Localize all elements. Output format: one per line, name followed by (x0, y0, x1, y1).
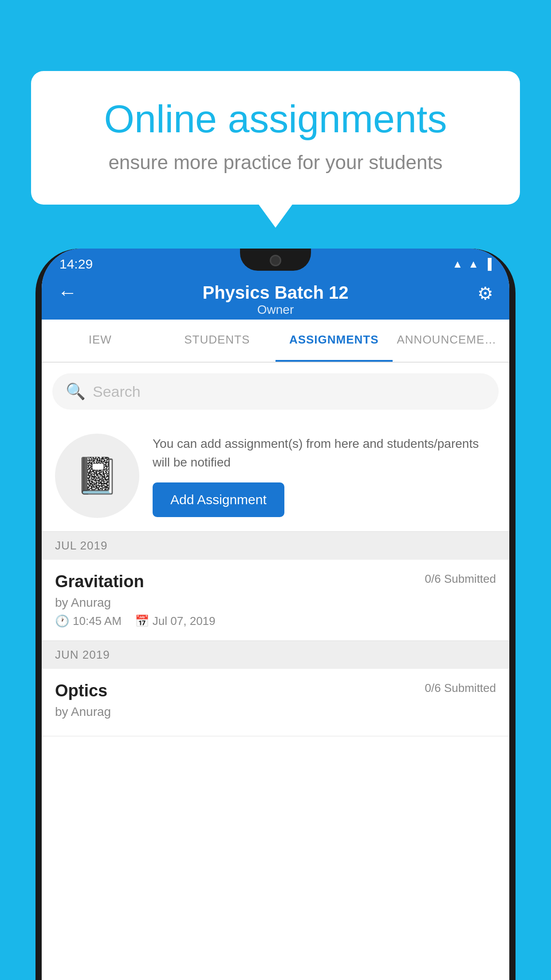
calendar-icon: 📅 (135, 614, 149, 628)
section-header-jul: JUL 2019 (42, 532, 509, 560)
tab-assignments[interactable]: ASSIGNMENTS (276, 320, 393, 362)
promo-text-area: You can add assignment(s) from here and … (153, 435, 496, 517)
section-header-jun: JUN 2019 (42, 641, 509, 669)
search-icon: 🔍 (66, 382, 86, 401)
assignment-meta-gravitation: 🕐 10:45 AM 📅 Jul 07, 2019 (55, 614, 496, 628)
clock-icon: 🕐 (55, 614, 69, 628)
app-screen: 14:29 ▲ ▲ ▐ ← Physics Batch 12 Owner ⚙ I… (42, 249, 509, 980)
tab-students[interactable]: STUDENTS (159, 320, 276, 362)
assignment-date-value: Jul 07, 2019 (153, 614, 216, 628)
app-header-subtitle: Owner (257, 303, 294, 317)
assignment-item-gravitation[interactable]: Gravitation 0/6 Submitted by Anurag 🕐 10… (42, 560, 509, 641)
tab-announcements[interactable]: ANNOUNCEMENTS (393, 320, 510, 362)
add-assignment-promo: 📓 You can add assignment(s) from here an… (42, 420, 509, 532)
back-button[interactable]: ← (58, 281, 77, 304)
speech-bubble-subtitle: ensure more practice for your students (62, 151, 489, 174)
promo-icon-circle: 📓 (55, 434, 139, 518)
phone-notch (240, 249, 311, 271)
assignment-time-value: 10:45 AM (73, 614, 122, 628)
assignment-item-optics[interactable]: Optics 0/6 Submitted by Anurag (42, 669, 509, 736)
camera-icon (270, 255, 281, 266)
promo-description: You can add assignment(s) from here and … (153, 435, 496, 472)
assignment-date: 📅 Jul 07, 2019 (135, 614, 216, 628)
add-assignment-button[interactable]: Add Assignment (153, 482, 284, 517)
tab-bar: IEW STUDENTS ASSIGNMENTS ANNOUNCEMENTS (42, 320, 509, 363)
signal-icon: ▲ (468, 258, 479, 270)
assignment-submitted-optics: 0/6 Submitted (425, 681, 496, 695)
battery-icon: ▐ (484, 258, 492, 270)
notebook-icon: 📓 (75, 455, 119, 497)
assignment-title-gravitation: Gravitation (55, 572, 144, 591)
assignment-by-gravitation: by Anurag (55, 596, 496, 610)
assignment-submitted-gravitation: 0/6 Submitted (425, 572, 496, 586)
status-time: 14:29 (59, 257, 93, 272)
wifi-icon: ▲ (452, 258, 463, 270)
status-icons: ▲ ▲ ▐ (452, 258, 492, 270)
speech-bubble-card: Online assignments ensure more practice … (31, 71, 520, 205)
phone-mockup: 14:29 ▲ ▲ ▐ ← Physics Batch 12 Owner ⚙ I… (35, 249, 516, 980)
assignment-title-optics: Optics (55, 681, 107, 700)
app-header-title: Physics Batch 12 (202, 283, 348, 303)
speech-bubble-title: Online assignments (62, 98, 489, 141)
search-bar[interactable]: 🔍 Search (52, 373, 499, 410)
settings-icon[interactable]: ⚙ (477, 283, 493, 304)
search-input[interactable]: Search (93, 383, 141, 400)
assignment-time: 🕐 10:45 AM (55, 614, 122, 628)
tab-iew[interactable]: IEW (42, 320, 159, 362)
assignment-by-optics: by Anurag (55, 705, 496, 719)
